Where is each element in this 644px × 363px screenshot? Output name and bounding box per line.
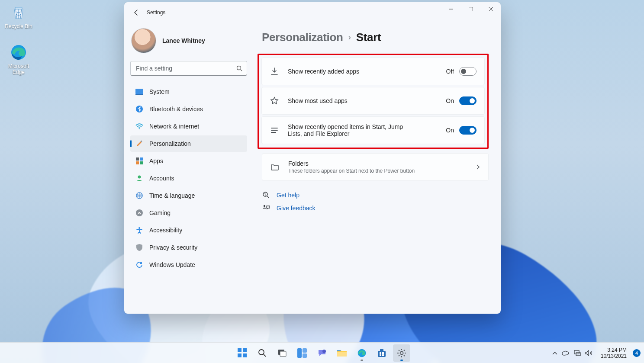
volume-icon[interactable] — [585, 350, 592, 356]
setting-sublabel: These folders appear on Start next to th… — [288, 168, 467, 174]
desktop-icon-edge[interactable]: Microsoft Edge — [2, 43, 35, 75]
desktop-icon-recycle-bin[interactable]: Recycle Bin — [2, 3, 35, 29]
nav-label: Gaming — [149, 209, 171, 216]
nav-time[interactable]: Time & language — [130, 187, 247, 204]
maximize-button[interactable] — [461, 2, 481, 16]
svg-point-7 — [139, 128, 140, 129]
svg-point-16 — [138, 227, 140, 229]
edge-icon — [10, 43, 28, 61]
onedrive-icon[interactable] — [562, 350, 570, 356]
toggle-recently-added[interactable] — [459, 67, 477, 76]
recycle-bin-icon — [10, 3, 28, 22]
star-icon — [270, 96, 279, 105]
svg-rect-22 — [238, 353, 242, 357]
svg-rect-2 — [469, 7, 473, 11]
nav-label: Accounts — [149, 175, 174, 182]
nav-label: Bluetooth & devices — [149, 106, 203, 112]
setting-label: Folders — [288, 160, 467, 167]
close-button[interactable] — [481, 2, 501, 16]
svg-point-13 — [138, 176, 141, 179]
taskbar: 3:24 PM 10/13/2021 4 — [0, 342, 644, 363]
svg-rect-27 — [297, 348, 302, 358]
give-feedback-link[interactable]: Give feedback — [262, 204, 489, 212]
tray-overflow-icon[interactable] — [552, 351, 557, 355]
setting-folders[interactable]: Folders These folders appear on Start ne… — [262, 153, 489, 181]
taskbar-settings-button[interactable] — [393, 344, 410, 362]
link-label[interactable]: Get help — [277, 192, 299, 199]
svg-rect-12 — [140, 161, 143, 164]
toggle-most-used[interactable] — [459, 96, 477, 105]
desktop-icon-label: Microsoft Edge — [2, 63, 35, 75]
setting-recently-added-apps[interactable]: Show recently added apps Off — [261, 58, 485, 85]
nav-label: Accessibility — [149, 227, 182, 234]
setting-most-used-apps[interactable]: Show most used apps On — [261, 87, 485, 115]
nav-update[interactable]: Windows Update — [130, 257, 247, 273]
get-help-link[interactable]: Get help — [262, 191, 489, 199]
svg-rect-28 — [303, 348, 307, 353]
setting-recent-items[interactable]: Show recently opened items in Start, Jum… — [261, 116, 485, 144]
svg-rect-10 — [140, 157, 143, 161]
file-explorer-button[interactable] — [333, 344, 351, 362]
svg-rect-32 — [337, 350, 341, 351]
widgets-button[interactable] — [293, 344, 311, 362]
svg-rect-4 — [135, 89, 143, 94]
avatar — [131, 28, 156, 53]
nav-personalization[interactable]: Personalization — [130, 135, 247, 152]
apps-icon — [135, 157, 143, 165]
svg-rect-11 — [136, 161, 139, 164]
minimize-button[interactable] — [441, 2, 461, 16]
nav-accessibility[interactable]: Accessibility — [130, 222, 247, 238]
breadcrumb-parent[interactable]: Personalization — [262, 31, 343, 44]
toggle-recent-items[interactable] — [459, 126, 477, 135]
clock-date: 10/13/2021 — [601, 353, 627, 359]
toggle-state-label: Off — [446, 68, 454, 75]
back-button[interactable] — [129, 6, 143, 19]
breadcrumb: Personalization › Start — [262, 31, 489, 44]
svg-rect-23 — [243, 353, 247, 357]
microsoft-store-button[interactable] — [373, 344, 390, 362]
settings-window: Settings Lance Whitney System — [124, 2, 501, 314]
nav-privacy[interactable]: Privacy & security — [130, 239, 247, 256]
svg-rect-37 — [382, 352, 384, 354]
search-field[interactable] — [135, 64, 236, 72]
svg-rect-41 — [574, 350, 579, 354]
chevron-right-icon: › — [348, 33, 351, 42]
search-input[interactable] — [130, 61, 247, 76]
task-view[interactable] — [274, 344, 291, 362]
taskbar-center — [234, 344, 410, 362]
user-block[interactable]: Lance Whitney — [130, 27, 247, 61]
desktop-icon-label: Recycle Bin — [2, 23, 35, 29]
wifi-icon — [135, 122, 143, 130]
nav-label: Privacy & security — [149, 244, 197, 251]
taskbar-search[interactable] — [254, 344, 271, 362]
start-button[interactable] — [234, 344, 251, 362]
svg-rect-38 — [380, 354, 381, 356]
list-icon — [270, 126, 279, 135]
nav-label: Windows Update — [149, 261, 195, 268]
help-links: Get help Give feedback — [262, 191, 489, 212]
notification-badge[interactable]: 4 — [633, 349, 641, 357]
system-tray[interactable] — [550, 344, 595, 362]
help-icon — [262, 191, 270, 199]
nav-label: System — [149, 88, 170, 95]
link-label[interactable]: Give feedback — [277, 205, 316, 212]
folder-icon — [270, 163, 280, 171]
nav-gaming[interactable]: Gaming — [130, 205, 247, 221]
svg-rect-5 — [135, 94, 143, 95]
toggle-state-label: On — [446, 127, 454, 134]
nav-bluetooth[interactable]: Bluetooth & devices — [130, 101, 247, 117]
nav-apps[interactable]: Apps — [130, 153, 247, 169]
person-icon — [135, 174, 143, 182]
display-icon — [135, 88, 143, 96]
network-tray-icon[interactable] — [574, 350, 581, 356]
taskbar-clock[interactable]: 3:24 PM 10/13/2021 — [598, 347, 629, 359]
nav-accounts[interactable]: Accounts — [130, 170, 247, 186]
taskbar-edge-button[interactable] — [353, 344, 370, 362]
svg-point-30 — [322, 350, 326, 353]
sidebar: Lance Whitney System Bluetooth & devices — [124, 23, 253, 314]
chat-button[interactable] — [313, 344, 331, 362]
nav-network[interactable]: Network & internet — [130, 118, 247, 135]
svg-rect-39 — [382, 354, 384, 356]
search-icon — [236, 65, 242, 71]
nav-system[interactable]: System — [130, 84, 247, 100]
